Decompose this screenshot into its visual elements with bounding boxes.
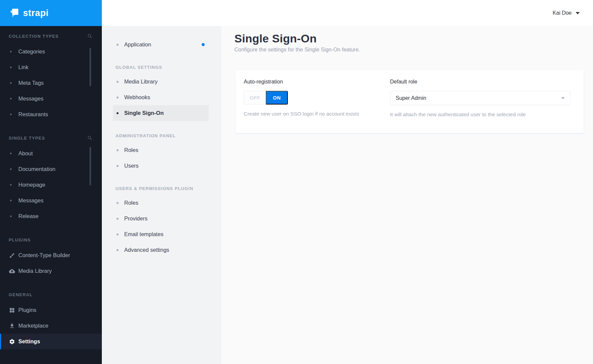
sidebar-item-plugins[interactable]: Plugins bbox=[0, 302, 102, 318]
sidebar-item-documentation[interactable]: Documentation bbox=[0, 161, 102, 177]
main-sidebar: strapi COLLECTION TYPESCategoriesLinkMet… bbox=[0, 0, 102, 364]
sidebar-item-label: Categories bbox=[18, 48, 45, 55]
user-menu[interactable]: Kai Doe bbox=[553, 10, 580, 16]
page-title: Single Sign-On bbox=[234, 32, 593, 45]
sidebar-item-label: Messages bbox=[18, 197, 43, 204]
topbar: Kai Doe bbox=[102, 0, 593, 26]
sidebar-item-label: Settings bbox=[18, 338, 40, 345]
subnav-item-label: Media Library bbox=[124, 78, 158, 85]
auto-registration-label: Auto-registration bbox=[244, 79, 390, 85]
subnav-section-header-administration-panel: ADMINISTRATION PANEL bbox=[116, 133, 221, 138]
chevron-down-icon bbox=[576, 12, 580, 14]
sidebar-item-label: Plugins bbox=[18, 307, 36, 313]
sidebar-item-restaurants[interactable]: Restaurants bbox=[0, 107, 102, 122]
subnav-item-label: Webhooks bbox=[124, 94, 150, 101]
bullet-icon bbox=[117, 97, 119, 99]
section-title: SINGLE TYPES bbox=[9, 136, 45, 141]
subnav-item-label: Providers bbox=[124, 215, 148, 222]
sidebar-item-homepage[interactable]: Homepage bbox=[0, 177, 102, 193]
main-content: Single Sign-On Configure the settings fo… bbox=[221, 26, 593, 364]
subnav-section-header-users-permissions-plugin: USERS & PERMISSIONS PLUGIN bbox=[116, 186, 221, 191]
subnav-item-label: Application bbox=[124, 41, 151, 48]
chevron-down-icon bbox=[561, 97, 565, 99]
gear-icon bbox=[9, 339, 15, 345]
subnav-item-advanced-settings[interactable]: Advanced settings bbox=[113, 242, 209, 258]
brand-name: strapi bbox=[23, 8, 49, 18]
default-role-label: Default role bbox=[390, 79, 570, 85]
cloud-upload-icon bbox=[9, 268, 15, 274]
sidebar-section-header-plugins: PLUGINS bbox=[9, 236, 93, 243]
subnav-item-webhooks[interactable]: Webhooks bbox=[113, 89, 209, 105]
bullet-icon bbox=[117, 149, 119, 151]
section-title: GENERAL bbox=[9, 292, 33, 297]
bullet-icon bbox=[117, 218, 119, 220]
bullet-icon bbox=[117, 165, 119, 167]
subnav-item-roles[interactable]: Roles bbox=[113, 195, 209, 211]
settings-subnav: ApplicationGLOBAL SETTINGSMedia LibraryW… bbox=[102, 26, 221, 364]
sidebar-item-label: Meta Tags bbox=[18, 80, 44, 86]
bullet-icon bbox=[10, 200, 12, 201]
page-subtitle: Configure the settings for the Single Si… bbox=[234, 47, 593, 53]
sidebar-item-marketplace[interactable]: Marketplace bbox=[0, 318, 102, 334]
sidebar-section-header-collection-types: COLLECTION TYPES bbox=[9, 33, 93, 40]
user-name: Kai Doe bbox=[553, 10, 572, 16]
sidebar-item-label: Marketplace bbox=[18, 323, 48, 329]
sidebar-item-label: Documentation bbox=[18, 166, 55, 172]
subnav-item-roles[interactable]: Roles bbox=[113, 142, 209, 158]
sidebar-item-settings[interactable]: Settings bbox=[0, 334, 102, 349]
bullet-icon bbox=[117, 112, 119, 114]
sidebar-item-meta-tags[interactable]: Meta Tags bbox=[0, 75, 102, 91]
bullet-icon bbox=[117, 233, 119, 235]
sso-settings-card: Auto-registration OFF ON Create new user… bbox=[235, 70, 584, 133]
notification-dot bbox=[202, 43, 205, 46]
subnav-item-email-templates[interactable]: Email templates bbox=[113, 226, 209, 242]
sidebar-item-label: About bbox=[18, 150, 33, 157]
sidebar-item-media-library[interactable]: Media Library bbox=[0, 263, 102, 279]
subnav-section-header-global-settings: GLOBAL SETTINGS bbox=[116, 65, 221, 70]
app-root: strapi COLLECTION TYPESCategoriesLinkMet… bbox=[0, 0, 593, 364]
sidebar-section-header-general: GENERAL bbox=[9, 291, 93, 298]
sidebar-item-content-type-builder[interactable]: Content-Type Builder bbox=[0, 247, 102, 263]
sidebar-scrollbar-thumb[interactable] bbox=[89, 48, 91, 86]
bullet-icon bbox=[10, 168, 12, 170]
search-icon[interactable] bbox=[87, 135, 93, 141]
section-title: COLLECTION TYPES bbox=[9, 34, 59, 39]
sidebar-nav: COLLECTION TYPESCategoriesLinkMeta TagsM… bbox=[0, 26, 102, 349]
default-role-select[interactable]: Super Admin bbox=[390, 91, 570, 105]
bullet-icon bbox=[10, 98, 12, 100]
strapi-logo-icon bbox=[9, 8, 19, 18]
subnav-item-application[interactable]: Application bbox=[113, 37, 209, 52]
default-role-value: Super Admin bbox=[396, 95, 426, 101]
sidebar-item-label: Restaurants bbox=[18, 111, 48, 118]
bullet-icon bbox=[10, 184, 12, 186]
toggle-on-button[interactable]: ON bbox=[266, 91, 288, 105]
sidebar-item-messages[interactable]: Messages bbox=[0, 91, 102, 107]
brand-logo[interactable]: strapi bbox=[0, 0, 102, 26]
subnav-item-users[interactable]: Users bbox=[113, 158, 209, 174]
bullet-icon bbox=[10, 82, 12, 84]
sidebar-scrollbar-thumb[interactable] bbox=[89, 147, 91, 185]
bullet-icon bbox=[117, 249, 119, 251]
sidebar-item-messages[interactable]: Messages bbox=[0, 193, 102, 208]
subnav-item-label: Roles bbox=[124, 147, 138, 153]
subnav-item-media-library[interactable]: Media Library bbox=[113, 74, 209, 89]
sidebar-item-about[interactable]: About bbox=[0, 146, 102, 161]
brush-icon bbox=[9, 252, 15, 258]
sidebar-item-label: Link bbox=[18, 64, 28, 70]
section-title: PLUGINS bbox=[9, 237, 31, 242]
subnav-item-label: Single Sign-On bbox=[124, 110, 164, 116]
search-icon[interactable] bbox=[87, 33, 93, 39]
sidebar-item-link[interactable]: Link bbox=[0, 59, 102, 75]
sidebar-section-header-single-types: SINGLE TYPES bbox=[9, 135, 93, 142]
download-icon bbox=[9, 323, 15, 329]
bullet-icon bbox=[10, 114, 12, 115]
cubes-icon bbox=[9, 307, 15, 313]
auto-registration-helper: Create new user on SSO login if no accou… bbox=[244, 111, 390, 117]
default-role-helper: It will attach the new authenticated use… bbox=[390, 112, 570, 118]
bullet-icon bbox=[117, 81, 119, 83]
toggle-off-button[interactable]: OFF bbox=[244, 91, 266, 105]
sidebar-item-categories[interactable]: Categories bbox=[0, 44, 102, 59]
subnav-item-providers[interactable]: Providers bbox=[113, 211, 209, 226]
subnav-item-single-sign-on[interactable]: Single Sign-On bbox=[113, 105, 209, 121]
sidebar-item-release[interactable]: Release bbox=[0, 208, 102, 224]
